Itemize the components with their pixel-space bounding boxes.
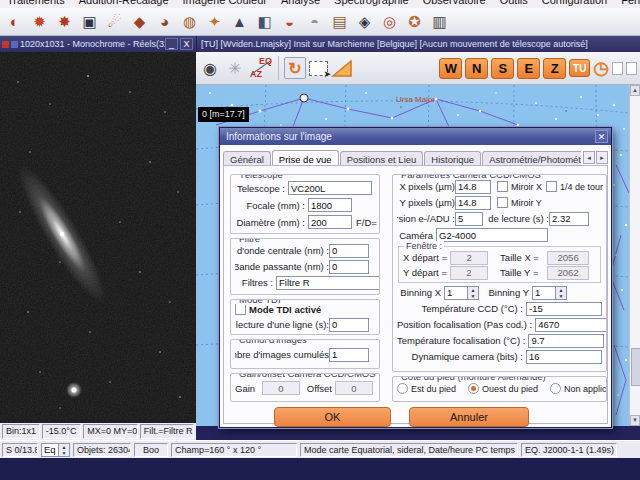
toolbar-icon-3[interactable]: ✸ [53,10,76,33]
map-window-titlebar[interactable]: [TU] [Wviden.Lmajsky] Insit sur Marchien… [197,36,640,52]
pier-east-radio[interactable] [397,383,408,394]
binning-x-arrows[interactable]: ▲▼ [468,286,479,300]
camera-input[interactable] [436,228,548,242]
dialog-close-button[interactable]: ✕ [595,130,608,143]
starburst-icon[interactable]: ✳ [224,57,246,79]
menu-configuration[interactable]: Configuration [535,0,614,6]
toolbar-icon-2[interactable]: ✹ [28,10,51,33]
toolbar-icon-8[interactable]: ◍ [178,10,201,33]
toolbar-icon-15[interactable]: ◈ [353,10,376,33]
west-button[interactable]: W [439,58,462,79]
tab-scroll-left-arrow[interactable]: ◂ [583,151,595,164]
menu-imagerie-couleur[interactable]: Imagerie Couleur [176,0,274,6]
toolbar-icon-12[interactable]: ◒ [278,10,301,33]
menu-spectrographie[interactable]: Spectrographie [327,0,416,6]
toolbar-icon-4[interactable]: ▣ [78,10,101,33]
pixel-size-y-input[interactable] [455,196,491,210]
binning-y-arrows[interactable]: ▲▼ [556,286,567,300]
binning-x-stepper[interactable]: ▲▼ [444,286,479,300]
tab-prise-de-vue[interactable]: Prise de vue [272,150,339,166]
menu-traitements[interactable]: Traitements [0,0,72,6]
coord-mode-arrows[interactable]: ▲▼ [59,443,70,457]
wavelength-input[interactable] [329,244,369,258]
ok-button[interactable]: OK [274,407,391,427]
scrollbar-thumb[interactable] [631,348,640,386]
line-read-time-input[interactable] [329,318,369,332]
binning-x-input[interactable] [444,286,468,300]
pixel-size-x-input[interactable] [455,180,491,194]
tab-historique[interactable]: Historique [424,151,481,166]
clock-icon[interactable]: ◷ [593,59,609,77]
focale-input[interactable] [308,198,352,212]
pier-na-radio[interactable] [550,383,561,394]
conversion-input[interactable] [455,212,483,226]
read-time-input[interactable] [549,212,589,226]
east-button[interactable]: E [517,58,540,79]
diametre-input[interactable] [308,215,352,229]
eye-icon[interactable]: ◉ [199,57,221,79]
zenith-button[interactable]: Z [543,58,566,79]
stacked-count-label: Nombre d'images cumulés [235,349,329,361]
toolbar-icon-13[interactable]: ◓ [303,10,326,33]
selection-rectangle-icon[interactable]: ➤ [309,61,328,76]
focus-position-input[interactable] [535,318,607,332]
scroll-down-arrow[interactable]: ▼ [630,415,640,426]
toolbar-icon-10[interactable]: ▲ [228,10,251,33]
dialog-titlebar[interactable]: Informations sur l'image ✕ [220,128,611,145]
triangle-ruler-icon[interactable] [331,58,353,78]
tab-general[interactable]: Général [223,151,271,166]
mirror-y-checkbox[interactable] [497,197,508,208]
telescope-group-title: Télescope [236,174,286,180]
ccd-temp-input[interactable] [526,302,602,316]
image-window[interactable] [0,52,196,423]
north-button[interactable]: N [465,58,488,79]
tab-positions-et-lieu[interactable]: Positions et Lieu [340,151,424,166]
toolbar-icon-6[interactable]: ◆ [128,10,151,33]
coord-mode-input[interactable] [41,443,59,457]
scroll-up-arrow[interactable]: ▲ [630,85,640,96]
south-button[interactable]: S [491,58,514,79]
mirror-x-label: Miroir X [511,182,542,192]
tdi-checkbox[interactable] [235,304,246,315]
toolbar-icon-9[interactable]: ✦ [203,10,226,33]
rotate-icon[interactable]: ↻ [284,57,306,79]
map-vertical-scrollbar[interactable]: ▲ ▼ [629,85,640,426]
tu-button[interactable]: TU [569,59,590,77]
menu-addition-recalage[interactable]: Addition-Recalage [72,0,176,6]
tab-astrometrie-photometrie[interactable]: Astrométrie/Photométrie [482,151,581,166]
toolbar-icon-18[interactable]: ▥ [428,10,451,33]
filter-status: Filt.=Filtre R [140,424,194,439]
cancel-button[interactable]: Annuler [409,407,529,427]
coord-mode-stepper[interactable]: ▲▼ [41,443,70,457]
toolbar-icon-17[interactable]: ✪ [403,10,426,33]
menu-outils[interactable]: Outils [493,0,535,6]
toolbar-icon-14[interactable]: ▤ [328,10,351,33]
toolbar-icon-5[interactable]: ☄ [103,10,126,33]
binning-y-stepper[interactable]: ▲▼ [532,286,567,300]
pier-west-radio[interactable] [468,383,479,394]
toolbar-extra-button-1[interactable] [612,62,623,75]
mirror-x-checkbox[interactable] [497,181,508,192]
toolbar-icon-1[interactable]: ◐ [3,10,26,33]
toolbar-icon-7[interactable]: ◕ [153,10,176,33]
toolbar-extra-button-2[interactable] [626,62,637,75]
quarter-turn-checkbox[interactable] [546,181,557,192]
filters-input[interactable] [276,276,380,290]
image-window-titlebar[interactable]: 1020x1031 - Monochrome - Réels(32... _ X [0,36,196,52]
menu-fenetres[interactable]: Fenêtres [614,0,640,6]
line-read-time-label: Tps de lecture d'une ligne (s): [235,319,329,331]
dynamic-range-input[interactable] [526,350,602,364]
minimize-button[interactable]: _ [165,38,178,50]
eq-az-toggle-icon[interactable]: EQ AZ [249,56,273,80]
close-button[interactable]: X [180,38,193,50]
telescope-input[interactable] [288,181,372,195]
toolbar-icon-16[interactable]: ◎ [378,10,401,33]
focus-temp-input[interactable] [528,334,604,348]
tab-scroll-right-arrow[interactable]: ▸ [596,151,608,164]
bandwidth-input[interactable] [329,260,369,274]
menu-analyse[interactable]: Analyse [274,0,327,6]
stacked-count-input[interactable] [329,348,369,362]
toolbar-icon-11[interactable]: ◧ [253,10,276,33]
menu-observatoire[interactable]: Observatoire [416,0,493,6]
binning-y-input[interactable] [532,286,556,300]
